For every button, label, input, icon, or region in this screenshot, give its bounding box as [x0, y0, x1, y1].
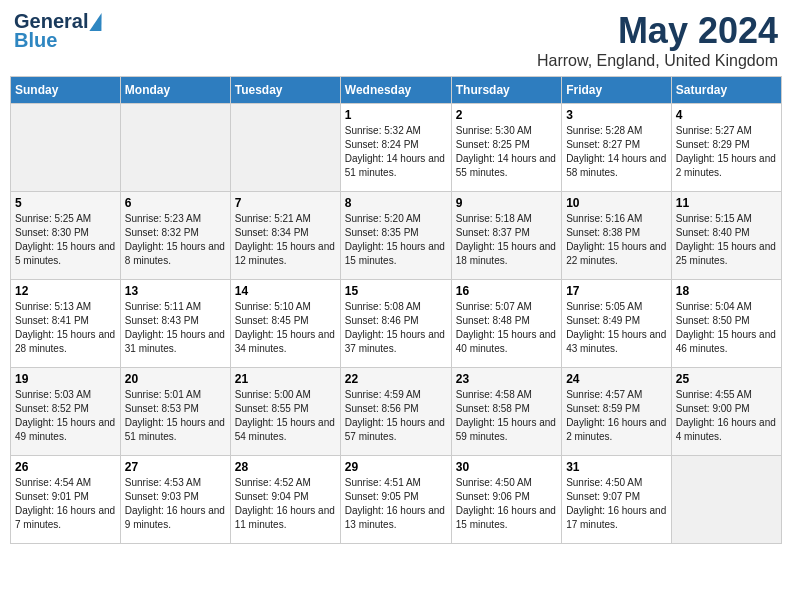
- day-info: Sunrise: 4:50 AMSunset: 9:07 PMDaylight:…: [566, 476, 667, 532]
- calendar-cell: 10Sunrise: 5:16 AMSunset: 8:38 PMDayligh…: [562, 192, 672, 280]
- day-info: Sunrise: 5:23 AMSunset: 8:32 PMDaylight:…: [125, 212, 226, 268]
- calendar-cell: 15Sunrise: 5:08 AMSunset: 8:46 PMDayligh…: [340, 280, 451, 368]
- day-info: Sunrise: 5:30 AMSunset: 8:25 PMDaylight:…: [456, 124, 557, 180]
- page-header: General Blue May 2024 Harrow, England, U…: [10, 10, 782, 70]
- week-row-1: 1Sunrise: 5:32 AMSunset: 8:24 PMDaylight…: [11, 104, 782, 192]
- day-number: 27: [125, 460, 226, 474]
- day-number: 14: [235, 284, 336, 298]
- calendar-cell: 3Sunrise: 5:28 AMSunset: 8:27 PMDaylight…: [562, 104, 672, 192]
- title-block: May 2024 Harrow, England, United Kingdom: [537, 10, 778, 70]
- day-info: Sunrise: 4:53 AMSunset: 9:03 PMDaylight:…: [125, 476, 226, 532]
- day-number: 10: [566, 196, 667, 210]
- day-number: 2: [456, 108, 557, 122]
- calendar-cell: 2Sunrise: 5:30 AMSunset: 8:25 PMDaylight…: [451, 104, 561, 192]
- day-number: 28: [235, 460, 336, 474]
- day-number: 22: [345, 372, 447, 386]
- logo-text-blue: Blue: [14, 29, 57, 52]
- day-number: 13: [125, 284, 226, 298]
- calendar-cell: 4Sunrise: 5:27 AMSunset: 8:29 PMDaylight…: [671, 104, 781, 192]
- week-row-3: 12Sunrise: 5:13 AMSunset: 8:41 PMDayligh…: [11, 280, 782, 368]
- calendar-cell: 26Sunrise: 4:54 AMSunset: 9:01 PMDayligh…: [11, 456, 121, 544]
- header-friday: Friday: [562, 77, 672, 104]
- calendar-cell: 31Sunrise: 4:50 AMSunset: 9:07 PMDayligh…: [562, 456, 672, 544]
- day-number: 1: [345, 108, 447, 122]
- day-info: Sunrise: 5:27 AMSunset: 8:29 PMDaylight:…: [676, 124, 777, 180]
- day-info: Sunrise: 4:58 AMSunset: 8:58 PMDaylight:…: [456, 388, 557, 444]
- calendar-cell: 29Sunrise: 4:51 AMSunset: 9:05 PMDayligh…: [340, 456, 451, 544]
- day-number: 24: [566, 372, 667, 386]
- day-info: Sunrise: 5:18 AMSunset: 8:37 PMDaylight:…: [456, 212, 557, 268]
- day-number: 21: [235, 372, 336, 386]
- calendar-cell: 27Sunrise: 4:53 AMSunset: 9:03 PMDayligh…: [120, 456, 230, 544]
- day-info: Sunrise: 5:10 AMSunset: 8:45 PMDaylight:…: [235, 300, 336, 356]
- day-number: 29: [345, 460, 447, 474]
- calendar-cell: 18Sunrise: 5:04 AMSunset: 8:50 PMDayligh…: [671, 280, 781, 368]
- day-number: 23: [456, 372, 557, 386]
- calendar-cell: [120, 104, 230, 192]
- calendar-cell: 6Sunrise: 5:23 AMSunset: 8:32 PMDaylight…: [120, 192, 230, 280]
- calendar-cell: 28Sunrise: 4:52 AMSunset: 9:04 PMDayligh…: [230, 456, 340, 544]
- week-row-2: 5Sunrise: 5:25 AMSunset: 8:30 PMDaylight…: [11, 192, 782, 280]
- calendar-cell: 19Sunrise: 5:03 AMSunset: 8:52 PMDayligh…: [11, 368, 121, 456]
- day-info: Sunrise: 5:04 AMSunset: 8:50 PMDaylight:…: [676, 300, 777, 356]
- calendar-cell: 17Sunrise: 5:05 AMSunset: 8:49 PMDayligh…: [562, 280, 672, 368]
- calendar-cell: 11Sunrise: 5:15 AMSunset: 8:40 PMDayligh…: [671, 192, 781, 280]
- day-number: 30: [456, 460, 557, 474]
- calendar-cell: 21Sunrise: 5:00 AMSunset: 8:55 PMDayligh…: [230, 368, 340, 456]
- day-number: 11: [676, 196, 777, 210]
- calendar-cell: [11, 104, 121, 192]
- calendar-cell: 12Sunrise: 5:13 AMSunset: 8:41 PMDayligh…: [11, 280, 121, 368]
- calendar-cell: 30Sunrise: 4:50 AMSunset: 9:06 PMDayligh…: [451, 456, 561, 544]
- calendar-cell: 9Sunrise: 5:18 AMSunset: 8:37 PMDaylight…: [451, 192, 561, 280]
- calendar-cell: 22Sunrise: 4:59 AMSunset: 8:56 PMDayligh…: [340, 368, 451, 456]
- calendar-table: SundayMondayTuesdayWednesdayThursdayFrid…: [10, 76, 782, 544]
- day-info: Sunrise: 5:11 AMSunset: 8:43 PMDaylight:…: [125, 300, 226, 356]
- day-info: Sunrise: 4:54 AMSunset: 9:01 PMDaylight:…: [15, 476, 116, 532]
- week-row-4: 19Sunrise: 5:03 AMSunset: 8:52 PMDayligh…: [11, 368, 782, 456]
- location: Harrow, England, United Kingdom: [537, 52, 778, 70]
- calendar-cell: 23Sunrise: 4:58 AMSunset: 8:58 PMDayligh…: [451, 368, 561, 456]
- day-number: 15: [345, 284, 447, 298]
- day-number: 4: [676, 108, 777, 122]
- calendar-cell: 16Sunrise: 5:07 AMSunset: 8:48 PMDayligh…: [451, 280, 561, 368]
- header-tuesday: Tuesday: [230, 77, 340, 104]
- month-title: May 2024: [537, 10, 778, 52]
- logo-arrow-icon: [90, 13, 105, 31]
- calendar-cell: [671, 456, 781, 544]
- header-sunday: Sunday: [11, 77, 121, 104]
- day-info: Sunrise: 5:32 AMSunset: 8:24 PMDaylight:…: [345, 124, 447, 180]
- day-number: 5: [15, 196, 116, 210]
- calendar-cell: 8Sunrise: 5:20 AMSunset: 8:35 PMDaylight…: [340, 192, 451, 280]
- day-info: Sunrise: 5:05 AMSunset: 8:49 PMDaylight:…: [566, 300, 667, 356]
- calendar-header-row: SundayMondayTuesdayWednesdayThursdayFrid…: [11, 77, 782, 104]
- day-number: 25: [676, 372, 777, 386]
- day-info: Sunrise: 5:20 AMSunset: 8:35 PMDaylight:…: [345, 212, 447, 268]
- day-number: 9: [456, 196, 557, 210]
- day-info: Sunrise: 5:25 AMSunset: 8:30 PMDaylight:…: [15, 212, 116, 268]
- header-saturday: Saturday: [671, 77, 781, 104]
- day-info: Sunrise: 5:15 AMSunset: 8:40 PMDaylight:…: [676, 212, 777, 268]
- day-number: 16: [456, 284, 557, 298]
- day-info: Sunrise: 4:52 AMSunset: 9:04 PMDaylight:…: [235, 476, 336, 532]
- day-info: Sunrise: 4:57 AMSunset: 8:59 PMDaylight:…: [566, 388, 667, 444]
- calendar-cell: 13Sunrise: 5:11 AMSunset: 8:43 PMDayligh…: [120, 280, 230, 368]
- calendar-cell: 14Sunrise: 5:10 AMSunset: 8:45 PMDayligh…: [230, 280, 340, 368]
- day-info: Sunrise: 4:59 AMSunset: 8:56 PMDaylight:…: [345, 388, 447, 444]
- week-row-5: 26Sunrise: 4:54 AMSunset: 9:01 PMDayligh…: [11, 456, 782, 544]
- day-info: Sunrise: 5:00 AMSunset: 8:55 PMDaylight:…: [235, 388, 336, 444]
- day-info: Sunrise: 5:03 AMSunset: 8:52 PMDaylight:…: [15, 388, 116, 444]
- day-info: Sunrise: 5:08 AMSunset: 8:46 PMDaylight:…: [345, 300, 447, 356]
- day-number: 26: [15, 460, 116, 474]
- calendar-cell: 25Sunrise: 4:55 AMSunset: 9:00 PMDayligh…: [671, 368, 781, 456]
- day-number: 17: [566, 284, 667, 298]
- day-number: 8: [345, 196, 447, 210]
- day-number: 18: [676, 284, 777, 298]
- header-wednesday: Wednesday: [340, 77, 451, 104]
- calendar-cell: 20Sunrise: 5:01 AMSunset: 8:53 PMDayligh…: [120, 368, 230, 456]
- day-info: Sunrise: 4:51 AMSunset: 9:05 PMDaylight:…: [345, 476, 447, 532]
- day-info: Sunrise: 5:01 AMSunset: 8:53 PMDaylight:…: [125, 388, 226, 444]
- calendar-cell: 24Sunrise: 4:57 AMSunset: 8:59 PMDayligh…: [562, 368, 672, 456]
- logo: General Blue: [14, 10, 103, 52]
- day-info: Sunrise: 5:13 AMSunset: 8:41 PMDaylight:…: [15, 300, 116, 356]
- day-info: Sunrise: 4:50 AMSunset: 9:06 PMDaylight:…: [456, 476, 557, 532]
